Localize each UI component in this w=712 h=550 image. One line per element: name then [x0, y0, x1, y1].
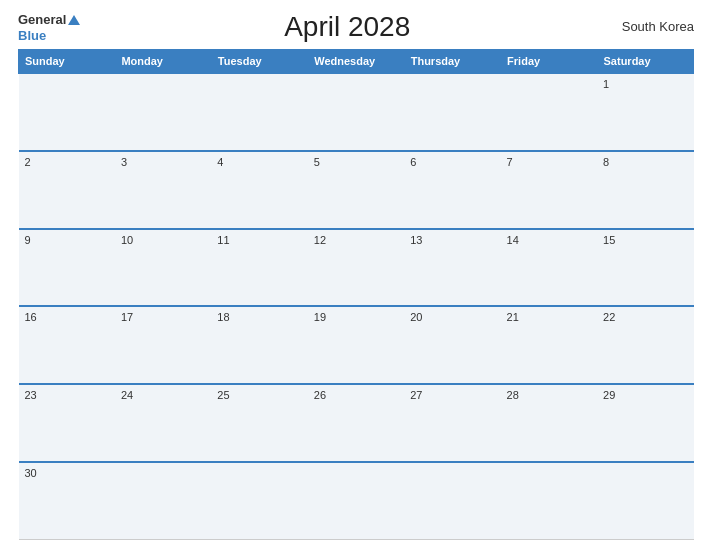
calendar-day: 20: [404, 306, 500, 384]
calendar-day: [211, 462, 307, 540]
day-number: 26: [314, 389, 326, 401]
calendar-title: April 2028: [80, 11, 614, 43]
day-number: 20: [410, 311, 422, 323]
weekday-header-saturday: Saturday: [597, 50, 693, 74]
weekday-header-sunday: Sunday: [19, 50, 115, 74]
calendar-day: 3: [115, 151, 211, 229]
day-number: 17: [121, 311, 133, 323]
calendar-day: 27: [404, 384, 500, 462]
day-number: 6: [410, 156, 416, 168]
calendar-day: 6: [404, 151, 500, 229]
logo-triangle-icon: [68, 15, 80, 25]
calendar-week-6: 30: [19, 462, 694, 540]
calendar-day: 4: [211, 151, 307, 229]
day-number: 21: [507, 311, 519, 323]
calendar-day: [501, 462, 597, 540]
calendar-day: 19: [308, 306, 404, 384]
day-number: 12: [314, 234, 326, 246]
day-number: 14: [507, 234, 519, 246]
logo-general: General: [18, 12, 66, 27]
calendar-day: [501, 73, 597, 151]
calendar-day: 22: [597, 306, 693, 384]
weekday-header-tuesday: Tuesday: [211, 50, 307, 74]
logo-blue: Blue: [18, 28, 46, 43]
calendar-day: 14: [501, 229, 597, 307]
calendar-day: 18: [211, 306, 307, 384]
region-label: South Korea: [614, 19, 694, 34]
calendar-day: 17: [115, 306, 211, 384]
calendar-day: 12: [308, 229, 404, 307]
calendar-day: 2: [19, 151, 115, 229]
day-number: 9: [25, 234, 31, 246]
calendar-day: 9: [19, 229, 115, 307]
calendar-day: 30: [19, 462, 115, 540]
calendar-week-4: 16171819202122: [19, 306, 694, 384]
calendar-day: [308, 462, 404, 540]
calendar-day: 21: [501, 306, 597, 384]
calendar-day: 5: [308, 151, 404, 229]
calendar-day: [19, 73, 115, 151]
calendar-day: 13: [404, 229, 500, 307]
calendar-day: 28: [501, 384, 597, 462]
day-number: 27: [410, 389, 422, 401]
day-number: 11: [217, 234, 229, 246]
calendar-day: [404, 462, 500, 540]
calendar-day: [115, 462, 211, 540]
day-number: 29: [603, 389, 615, 401]
day-number: 5: [314, 156, 320, 168]
day-number: 30: [25, 467, 37, 479]
day-number: 22: [603, 311, 615, 323]
calendar-day: [308, 73, 404, 151]
day-number: 3: [121, 156, 127, 168]
calendar-day: [211, 73, 307, 151]
calendar-day: 16: [19, 306, 115, 384]
calendar-day: 25: [211, 384, 307, 462]
calendar-day: 15: [597, 229, 693, 307]
calendar-table: SundayMondayTuesdayWednesdayThursdayFrid…: [18, 49, 694, 540]
calendar-day: 24: [115, 384, 211, 462]
day-number: 7: [507, 156, 513, 168]
calendar-week-1: 1: [19, 73, 694, 151]
calendar-day: 11: [211, 229, 307, 307]
calendar-day: 1: [597, 73, 693, 151]
calendar-week-5: 23242526272829: [19, 384, 694, 462]
calendar-day: [115, 73, 211, 151]
day-number: 16: [25, 311, 37, 323]
calendar-header: General Blue April 2028 South Korea: [18, 10, 694, 43]
calendar-day: 29: [597, 384, 693, 462]
day-number: 13: [410, 234, 422, 246]
calendar-week-3: 9101112131415: [19, 229, 694, 307]
calendar-header-row: SundayMondayTuesdayWednesdayThursdayFrid…: [19, 50, 694, 74]
calendar-week-2: 2345678: [19, 151, 694, 229]
day-number: 8: [603, 156, 609, 168]
weekday-header-wednesday: Wednesday: [308, 50, 404, 74]
logo: General Blue: [18, 10, 80, 43]
calendar-day: 26: [308, 384, 404, 462]
day-number: 4: [217, 156, 223, 168]
weekday-header-monday: Monday: [115, 50, 211, 74]
day-number: 2: [25, 156, 31, 168]
calendar-day: 8: [597, 151, 693, 229]
day-number: 18: [217, 311, 229, 323]
day-number: 24: [121, 389, 133, 401]
day-number: 19: [314, 311, 326, 323]
day-number: 15: [603, 234, 615, 246]
weekday-header-thursday: Thursday: [404, 50, 500, 74]
day-number: 25: [217, 389, 229, 401]
calendar-day: [597, 462, 693, 540]
calendar-day: 7: [501, 151, 597, 229]
logo-text: General: [18, 10, 80, 28]
day-number: 28: [507, 389, 519, 401]
calendar-day: 10: [115, 229, 211, 307]
weekday-header-friday: Friday: [501, 50, 597, 74]
calendar-day: 23: [19, 384, 115, 462]
day-number: 10: [121, 234, 133, 246]
day-number: 1: [603, 78, 609, 90]
calendar-day: [404, 73, 500, 151]
day-number: 23: [25, 389, 37, 401]
